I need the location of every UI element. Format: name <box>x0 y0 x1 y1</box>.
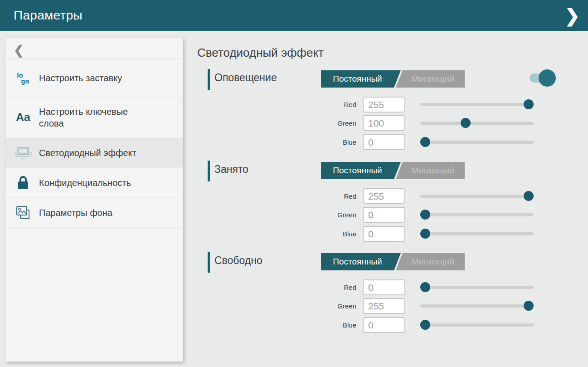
sidebar-item-label: Светодиодный эффект <box>39 147 136 159</box>
blue-label: Blue <box>321 230 363 238</box>
rgb-row-blue: Blue <box>321 226 534 242</box>
forward-chevron-icon[interactable]: ❯ <box>564 5 580 26</box>
sidebar-item-label: Параметры фона <box>39 207 112 219</box>
blue-slider[interactable] <box>420 226 534 242</box>
slider-knob[interactable] <box>420 282 430 292</box>
green-value-input[interactable] <box>363 298 405 314</box>
sidebar-item-label: Конфиденциальность <box>39 177 131 189</box>
red-slider[interactable] <box>420 279 534 295</box>
green-slider[interactable] <box>420 115 534 131</box>
slider-knob[interactable] <box>524 191 534 201</box>
mode-constant-button[interactable]: Постоянный <box>321 162 401 179</box>
sidebar-item-background[interactable]: Параметры фона <box>5 198 183 228</box>
rgb-row-green: Green <box>321 115 534 131</box>
lock-icon <box>13 175 34 191</box>
rgb-row-blue: Blue <box>321 317 534 333</box>
slider-track[interactable] <box>420 232 534 235</box>
blue-label: Blue <box>321 138 363 146</box>
mode-segmented-control: Постоянный Мигающий <box>321 162 465 179</box>
green-label: Green <box>321 302 363 310</box>
blue-value-input[interactable] <box>363 226 405 242</box>
blue-value-input[interactable] <box>363 317 405 333</box>
slider-knob[interactable] <box>524 301 534 311</box>
sidebar-item-label: Настроить ключевые слова <box>39 106 155 129</box>
mode-blinking-button[interactable]: Мигающий <box>396 70 465 88</box>
section-label: Занято <box>214 163 248 176</box>
page-title: Параметры <box>14 8 83 23</box>
sidebar-item-splash-screen[interactable]: lo go Настроить заставку <box>5 59 183 97</box>
rgb-row-red: Red <box>321 279 534 295</box>
section-accent-bar <box>208 252 210 273</box>
slider-knob[interactable] <box>420 229 430 239</box>
led-display-icon <box>13 146 34 160</box>
slider-track[interactable] <box>420 103 534 106</box>
slider-track[interactable] <box>420 213 534 216</box>
slider-track[interactable] <box>420 286 534 289</box>
blue-value-input[interactable] <box>363 134 405 150</box>
section-free: Свободно Постоянный Мигающий Red Green B… <box>208 251 557 342</box>
notification-toggle-switch[interactable] <box>530 69 556 87</box>
sidebar-item-label: Настроить заставку <box>39 72 122 84</box>
settings-sidebar: ❮ lo go Настроить заставку Aa Настроить … <box>5 38 183 362</box>
slider-track[interactable] <box>420 304 534 308</box>
section-accent-bar <box>208 161 210 181</box>
mode-blinking-button[interactable]: Мигающий <box>396 162 465 179</box>
text-aa-icon: Aa <box>13 111 34 124</box>
green-value-input[interactable] <box>363 207 405 223</box>
red-value-input[interactable] <box>363 188 405 204</box>
slider-knob[interactable] <box>461 118 471 128</box>
mode-blinking-button[interactable]: Мигающий <box>396 253 465 270</box>
app-header: Параметры ❯ <box>0 0 588 31</box>
red-label: Red <box>321 284 363 291</box>
green-slider[interactable] <box>420 298 534 314</box>
green-label: Green <box>321 211 363 219</box>
red-value-input[interactable] <box>363 279 405 295</box>
back-chevron-icon[interactable]: ❮ <box>14 43 24 58</box>
section-label: Оповещение <box>214 72 277 84</box>
mode-constant-button[interactable]: Постоянный <box>321 70 401 88</box>
red-value-input[interactable] <box>363 97 405 113</box>
sidebar-back-row[interactable]: ❮ <box>5 38 183 59</box>
section-notification: Оповещение Постоянный Мигающий Red Green… <box>208 68 557 159</box>
sidebar-item-keywords[interactable]: Aa Настроить ключевые слова <box>5 97 183 138</box>
toggle-knob[interactable] <box>539 69 556 87</box>
mode-constant-button[interactable]: Постоянный <box>321 253 401 270</box>
red-label: Red <box>321 192 363 200</box>
slider-knob[interactable] <box>420 137 430 147</box>
green-slider[interactable] <box>420 207 534 223</box>
mode-segmented-control: Постоянный Мигающий <box>321 253 465 270</box>
blue-label: Blue <box>321 321 363 329</box>
main-title: Светодиодный эффект <box>197 46 324 60</box>
rgb-row-blue: Blue <box>321 134 534 150</box>
slider-knob[interactable] <box>524 99 534 109</box>
logo-icon: lo go <box>13 72 34 84</box>
rgb-row-green: Green <box>321 298 534 314</box>
mode-segmented-control: Постоянный Мигающий <box>321 70 465 88</box>
slider-knob[interactable] <box>420 320 430 330</box>
blue-slider[interactable] <box>420 134 534 150</box>
slider-track[interactable] <box>420 195 534 198</box>
rgb-row-red: Red <box>321 188 534 204</box>
section-label: Свободно <box>214 254 262 267</box>
sidebar-item-privacy[interactable]: Конфиденциальность <box>5 168 183 198</box>
slider-track[interactable] <box>420 323 534 327</box>
red-slider[interactable] <box>420 188 534 204</box>
red-label: Red <box>321 101 363 108</box>
logo-icon-line2: go <box>21 78 29 84</box>
green-label: Green <box>321 119 363 127</box>
slider-track[interactable] <box>420 122 534 125</box>
red-slider[interactable] <box>420 97 534 113</box>
rgb-row-red: Red <box>321 97 534 113</box>
slider-knob[interactable] <box>420 210 430 220</box>
green-value-input[interactable] <box>363 115 405 131</box>
sidebar-item-led-effect[interactable]: Светодиодный эффект <box>5 138 183 168</box>
section-busy: Занято Постоянный Мигающий Red Green Blu… <box>208 160 557 250</box>
section-accent-bar <box>208 69 210 90</box>
background-images-icon <box>13 205 34 221</box>
slider-track[interactable] <box>420 141 534 144</box>
rgb-row-green: Green <box>321 207 534 223</box>
blue-slider[interactable] <box>420 317 534 333</box>
